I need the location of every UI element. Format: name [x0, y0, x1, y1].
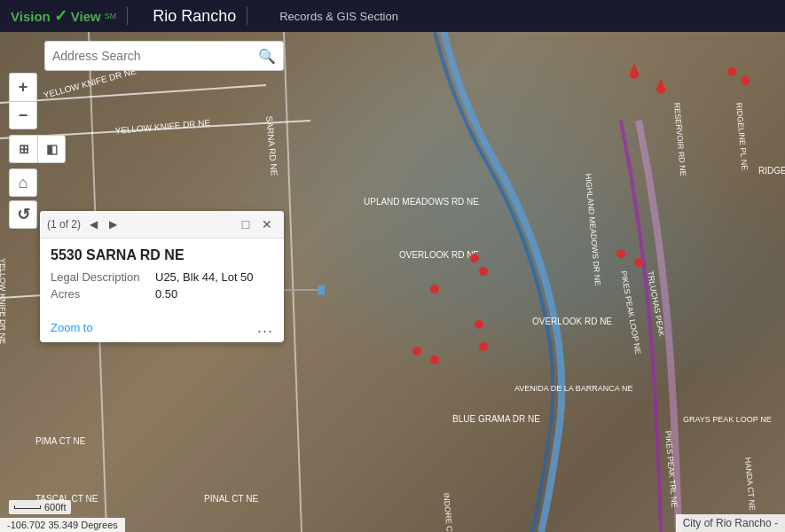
map-container[interactable]: YELLOW KNIFE DR NE YELLOW KNIFE DR NE SA…: [0, 32, 785, 532]
logo-sm-text: SM: [105, 12, 117, 20]
svg-rect-43: [318, 286, 325, 294]
svg-text:PINAL CT NE: PINAL CT NE: [204, 494, 258, 504]
left-toolbar: + − ⊞ ◧ ⌂ ↺: [9, 73, 66, 229]
svg-text:OVERLOOK RD NE: OVERLOOK RD NE: [399, 250, 479, 260]
header-divider: [127, 7, 128, 25]
city-name: Rio Rancho: [153, 7, 236, 26]
home-icon: ⌂: [19, 174, 28, 192]
popup-acres-label: Acres: [51, 287, 148, 301]
refresh-button[interactable]: ↺: [9, 200, 37, 229]
logo: Vision ✓ View SM: [11, 6, 116, 26]
popup-connector: [280, 284, 325, 297]
header-bar: Vision ✓ View SM Rio Rancho Records & GI…: [0, 0, 785, 32]
popup-card: (1 of 2) ◀ ▶ □ ✕ 5530 SARNA RD NE Legal …: [40, 211, 284, 342]
zoom-out-button[interactable]: −: [9, 101, 37, 129]
popup-acres-value: 0.50: [155, 287, 177, 301]
zoom-tools: + −: [9, 73, 66, 129]
popup-close-button[interactable]: ✕: [257, 215, 277, 234]
search-icon[interactable]: 🔍: [258, 48, 276, 65]
popup-legal-value: U25, Blk 44, Lot 50: [155, 270, 254, 284]
svg-text:YELLOW KNIFE DR NE: YELLOW KNIFE DR NE: [0, 258, 7, 344]
map-tools: ⊞ ◧: [9, 135, 66, 163]
basemap-button[interactable]: ◧: [37, 135, 66, 163]
svg-text:UPLAND MEADOWS RD NE: UPLAND MEADOWS RD NE: [364, 197, 479, 207]
svg-marker-30: [656, 78, 665, 90]
svg-text:SARNA RD NE: SARNA RD NE: [264, 115, 279, 176]
basemap-icon: ◧: [46, 142, 58, 156]
scale-line: [14, 505, 41, 509]
popup-acres-row: Acres 0.50: [51, 287, 273, 301]
svg-point-35: [470, 254, 479, 262]
popup-legal-label: Legal Description: [51, 270, 148, 284]
popup-expand-button[interactable]: □: [236, 215, 255, 234]
coordinates-bar: -106.702 35.349 Degrees: [0, 518, 125, 532]
svg-text:YELLOW KNIFE DR NE: YELLOW KNIFE DR NE: [114, 118, 211, 136]
svg-text:BLUE GRAMA DR NE: BLUE GRAMA DR NE: [452, 414, 540, 424]
svg-point-34: [634, 258, 643, 267]
zoom-in-button[interactable]: +: [9, 73, 37, 101]
logo-view-text: View: [71, 9, 101, 24]
svg-text:PIMA CT NE: PIMA CT NE: [35, 436, 86, 446]
logo-v-icon: ✓: [54, 6, 67, 26]
svg-line-4: [284, 32, 302, 532]
svg-text:INDORE CT NE: INDORE CT NE: [442, 492, 456, 532]
layers-icon: ⊞: [19, 142, 29, 156]
svg-point-36: [479, 267, 488, 276]
search-input[interactable]: [52, 49, 258, 63]
svg-text:RESERVOIR RD NE: RESERVOIR RD NE: [672, 102, 687, 176]
svg-text:AVENIDA DE LA BARRANCA NE: AVENIDA DE LA BARRANCA NE: [514, 384, 632, 393]
scale-bar: 600ft: [9, 500, 71, 514]
watermark-text: City of Rio Rancho -: [683, 517, 778, 529]
popup-body: 5530 SARNA RD NE Legal Description U25, …: [40, 239, 284, 313]
logo-vision-text: Vision: [11, 9, 51, 24]
search-bar: 🔍: [44, 41, 284, 71]
svg-point-38: [412, 347, 421, 356]
svg-point-31: [727, 67, 736, 76]
popup-header: (1 of 2) ◀ ▶ □ ✕: [40, 211, 284, 239]
popup-more-button[interactable]: ...: [257, 318, 273, 337]
popup-controls: □ ✕: [236, 215, 277, 234]
popup-navigation: (1 of 2) ◀ ▶: [47, 215, 122, 233]
svg-point-40: [475, 320, 483, 329]
scale-text: 600ft: [44, 502, 66, 512]
svg-point-37: [430, 285, 439, 293]
popup-nav-buttons: ◀ ▶: [84, 215, 122, 233]
svg-point-39: [430, 356, 439, 364]
svg-point-32: [741, 76, 750, 85]
header-divider2: [247, 7, 247, 25]
svg-text:PIKES PEAK LOOP NE: PIKES PEAK LOOP NE: [619, 270, 642, 356]
svg-text:GRAYS PEAK LOOP NE: GRAYS PEAK LOOP NE: [683, 415, 772, 424]
svg-text:RIDGELINE PL NE: RIDGELINE PL NE: [734, 102, 750, 170]
home-button[interactable]: ⌂: [9, 168, 37, 197]
coordinates-text: -106.702 35.349 Degrees: [7, 520, 118, 530]
popup-title: 5530 SARNA RD NE: [51, 247, 273, 263]
svg-text:HIGHLAND MEADOWS DR NE: HIGHLAND MEADOWS DR NE: [584, 173, 602, 286]
refresh-icon: ↺: [17, 205, 30, 224]
zoom-to-link[interactable]: Zoom to: [51, 321, 93, 334]
svg-text:RIDGE C: RIDGE C: [758, 166, 785, 176]
popup-next-button[interactable]: ▶: [104, 215, 122, 233]
city-watermark: City of Rio Rancho -: [676, 514, 785, 532]
svg-text:OVERLOOK RD NE: OVERLOOK RD NE: [532, 317, 612, 326]
popup-counter: (1 of 2): [47, 218, 81, 231]
popup-prev-button[interactable]: ◀: [84, 215, 102, 233]
popup-footer: Zoom to ...: [40, 313, 284, 342]
svg-text:HANDA CT NE: HANDA CT NE: [743, 457, 757, 511]
popup-legal-description-row: Legal Description U25, Blk 44, Lot 50: [51, 270, 273, 284]
svg-point-41: [479, 342, 488, 351]
svg-marker-28: [630, 63, 639, 74]
svg-point-33: [616, 249, 625, 258]
section-name: Records & GIS Section: [279, 10, 398, 23]
layers-button[interactable]: ⊞: [9, 135, 37, 163]
